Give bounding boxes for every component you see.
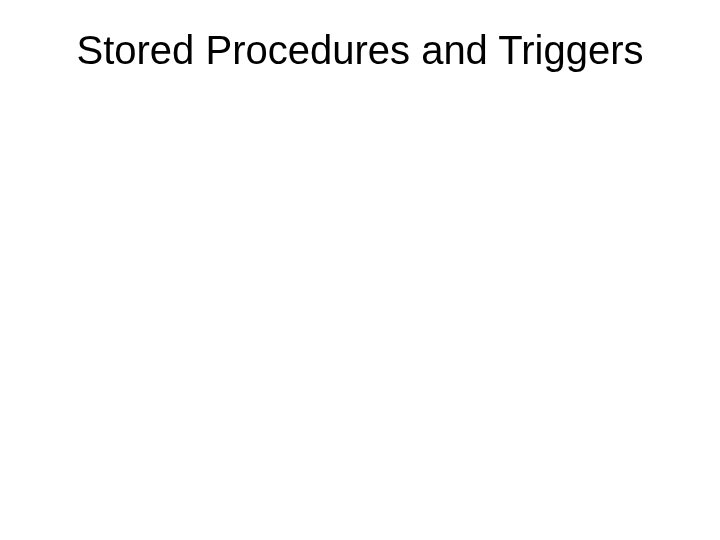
slide-title: Stored Procedures and Triggers [0,28,720,73]
